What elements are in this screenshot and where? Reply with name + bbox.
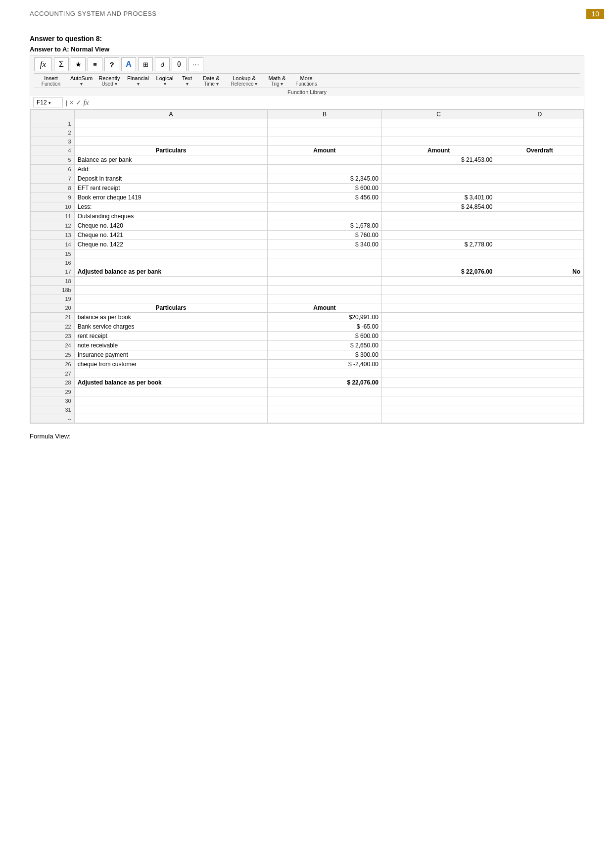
cell-18b-c[interactable] bbox=[381, 286, 496, 294]
cell-25-a[interactable]: Insurance payment bbox=[74, 350, 267, 360]
cell-26-a[interactable]: cheque from customer bbox=[74, 360, 267, 369]
cell-3-c[interactable] bbox=[381, 137, 496, 146]
fx-icon-btn[interactable]: fx bbox=[34, 57, 52, 71]
cell-9-c[interactable]: $ 3,401.00 bbox=[381, 193, 496, 202]
cell-15-d[interactable] bbox=[496, 249, 584, 258]
cell-2-a[interactable] bbox=[74, 128, 267, 137]
cell-4-c[interactable]: Amount bbox=[381, 146, 496, 155]
cell-16-a[interactable] bbox=[74, 258, 267, 267]
cell-27-c[interactable] bbox=[381, 369, 496, 378]
cell-28-d[interactable] bbox=[496, 378, 584, 387]
cell-26-c[interactable] bbox=[381, 360, 496, 369]
cell-18-c[interactable] bbox=[381, 277, 496, 286]
cell-7-d[interactable] bbox=[496, 174, 584, 184]
cell-12-d[interactable] bbox=[496, 221, 584, 231]
cell----d[interactable] bbox=[496, 414, 584, 423]
cell-5-b[interactable] bbox=[268, 155, 382, 165]
cell-3-b[interactable] bbox=[268, 137, 382, 146]
cell-22-d[interactable] bbox=[496, 322, 584, 332]
cell-19-b[interactable] bbox=[268, 294, 382, 303]
cancel-formula-btn[interactable]: × bbox=[69, 98, 73, 106]
cell-10-c[interactable]: $ 24,854.00 bbox=[381, 202, 496, 212]
cell-9-a[interactable]: Book error cheque 1419 bbox=[74, 193, 267, 202]
cell-10-a[interactable]: Less: bbox=[74, 202, 267, 212]
cell----b[interactable] bbox=[268, 414, 382, 423]
cell-24-b[interactable]: $ 2,650.00 bbox=[268, 341, 382, 350]
cell-31-c[interactable] bbox=[381, 405, 496, 414]
cell-21-a[interactable]: balance as per book bbox=[74, 313, 267, 322]
cell-12-b[interactable]: $ 1,678.00 bbox=[268, 221, 382, 231]
cell-20-a[interactable]: Particulars bbox=[74, 303, 267, 313]
cell-15-c[interactable] bbox=[381, 249, 496, 258]
cell-13-b[interactable]: $ 760.00 bbox=[268, 231, 382, 240]
cell-7-c[interactable] bbox=[381, 174, 496, 184]
cell-11-c[interactable] bbox=[381, 212, 496, 221]
cell-28-a[interactable]: Adjusted balance as per book bbox=[74, 378, 267, 387]
cell-15-b[interactable] bbox=[268, 249, 382, 258]
cell-23-d[interactable] bbox=[496, 332, 584, 341]
cell-18-b[interactable] bbox=[268, 277, 382, 286]
cell-14-a[interactable]: Cheque no. 1422 bbox=[74, 240, 267, 249]
col-header-a[interactable]: A bbox=[74, 110, 267, 119]
cell-30-d[interactable] bbox=[496, 396, 584, 405]
cell-5-a[interactable]: Balance as per bank bbox=[74, 155, 267, 165]
cell-24-a[interactable]: note receivable bbox=[74, 341, 267, 350]
cell-13-d[interactable] bbox=[496, 231, 584, 240]
cell-12-a[interactable]: Cheque no. 1420 bbox=[74, 221, 267, 231]
cell-3-a[interactable] bbox=[74, 137, 267, 146]
cell-1-d[interactable] bbox=[496, 119, 584, 128]
cell-20-d[interactable] bbox=[496, 303, 584, 313]
cell-22-a[interactable]: Bank service charges bbox=[74, 322, 267, 332]
cell-4-a[interactable]: Particulars bbox=[74, 146, 267, 155]
cell-17-b[interactable] bbox=[268, 267, 382, 277]
cell-9-d[interactable] bbox=[496, 193, 584, 202]
cell-11-b[interactable] bbox=[268, 212, 382, 221]
cell-31-b[interactable] bbox=[268, 405, 382, 414]
cell-7-a[interactable]: Deposit in transit bbox=[74, 174, 267, 184]
logical-icon-btn[interactable]: ? bbox=[104, 57, 119, 71]
cell-8-a[interactable]: EFT rent receipt bbox=[74, 184, 267, 193]
cell-10-d[interactable] bbox=[496, 202, 584, 212]
cell-10-b[interactable] bbox=[268, 202, 382, 212]
cell-9-b[interactable]: $ 456.00 bbox=[268, 193, 382, 202]
cell-reference-box[interactable]: F12 ▾ bbox=[33, 97, 63, 107]
cell-6-c[interactable] bbox=[381, 165, 496, 174]
cell-28-b[interactable]: $ 22,076.00 bbox=[268, 378, 382, 387]
cell-27-b[interactable] bbox=[268, 369, 382, 378]
cell-20-c[interactable] bbox=[381, 303, 496, 313]
col-header-c[interactable]: C bbox=[381, 110, 496, 119]
cell-25-c[interactable] bbox=[381, 350, 496, 360]
cell-6-b[interactable] bbox=[268, 165, 382, 174]
cell-27-a[interactable] bbox=[74, 369, 267, 378]
cell-21-c[interactable] bbox=[381, 313, 496, 322]
cell-16-d[interactable] bbox=[496, 258, 584, 267]
cell-23-b[interactable]: $ 600.00 bbox=[268, 332, 382, 341]
cell-1-c[interactable] bbox=[381, 119, 496, 128]
cell-16-c[interactable] bbox=[381, 258, 496, 267]
cell-25-b[interactable]: $ 300.00 bbox=[268, 350, 382, 360]
cell-12-c[interactable] bbox=[381, 221, 496, 231]
cell-18b-b[interactable] bbox=[268, 286, 382, 294]
cell-30-c[interactable] bbox=[381, 396, 496, 405]
cell-11-d[interactable] bbox=[496, 212, 584, 221]
cell-2-d[interactable] bbox=[496, 128, 584, 137]
cell-6-d[interactable] bbox=[496, 165, 584, 174]
cell-27-d[interactable] bbox=[496, 369, 584, 378]
cell-21-d[interactable] bbox=[496, 313, 584, 322]
cell-28-c[interactable] bbox=[381, 378, 496, 387]
cell-24-c[interactable] bbox=[381, 341, 496, 350]
cell-1-b[interactable] bbox=[268, 119, 382, 128]
text-icon-btn[interactable]: A bbox=[121, 57, 136, 71]
cell-11-a[interactable]: Outstanding cheques bbox=[74, 212, 267, 221]
cell-26-b[interactable]: $ -2,400.00 bbox=[268, 360, 382, 369]
cell-13-a[interactable]: Cheque no. 1421 bbox=[74, 231, 267, 240]
cell-5-c[interactable]: $ 21,453.00 bbox=[381, 155, 496, 165]
cell-5-d[interactable] bbox=[496, 155, 584, 165]
cell-21-b[interactable]: $20,991.00 bbox=[268, 313, 382, 322]
cell-4-d[interactable]: Overdraft bbox=[496, 146, 584, 155]
cell-2-b[interactable] bbox=[268, 128, 382, 137]
cell-18-d[interactable] bbox=[496, 277, 584, 286]
cell-8-d[interactable] bbox=[496, 184, 584, 193]
cell-24-d[interactable] bbox=[496, 341, 584, 350]
col-header-b[interactable]: B bbox=[268, 110, 382, 119]
